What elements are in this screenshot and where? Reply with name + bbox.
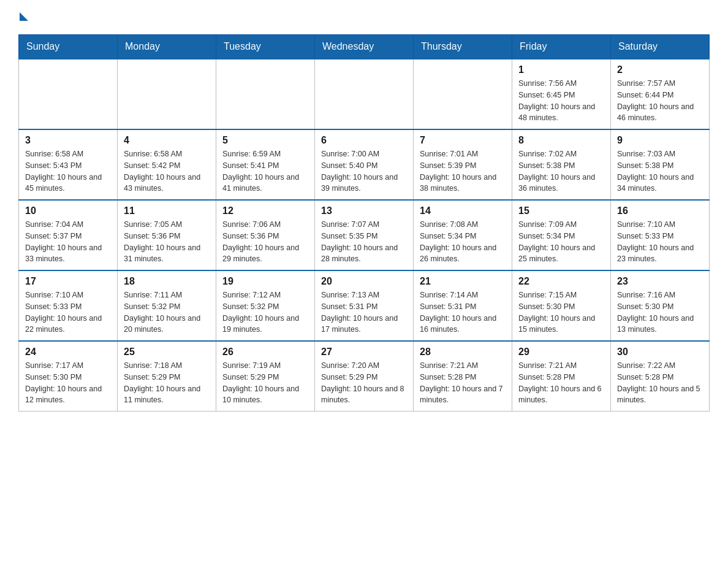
sunrise-text: Sunrise: 7:12 AM	[222, 291, 281, 299]
day-info: Sunrise: 7:14 AM Sunset: 5:31 PM Dayligh…	[420, 289, 506, 335]
daylight-text: Daylight: 10 hours and 16 minutes.	[420, 314, 496, 334]
sunset-text: Sunset: 5:39 PM	[420, 161, 476, 170]
sunset-text: Sunset: 5:31 PM	[321, 302, 377, 311]
sunrise-text: Sunrise: 7:05 AM	[124, 220, 182, 229]
sunrise-text: Sunrise: 7:13 AM	[321, 291, 379, 299]
calendar-cell: 2 Sunrise: 7:57 AM Sunset: 6:44 PM Dayli…	[611, 59, 710, 129]
calendar-cell: 11 Sunrise: 7:05 AM Sunset: 5:36 PM Dayl…	[118, 200, 216, 270]
sunset-text: Sunset: 6:45 PM	[518, 91, 575, 99]
sunrise-text: Sunrise: 7:03 AM	[617, 150, 675, 158]
day-number: 2	[617, 64, 703, 75]
calendar-cell: 30 Sunrise: 7:22 AM Sunset: 5:28 PM Dayl…	[611, 341, 710, 412]
day-number: 9	[617, 135, 703, 146]
day-info: Sunrise: 7:10 AM Sunset: 5:33 PM Dayligh…	[25, 289, 111, 335]
day-number: 13	[321, 205, 407, 216]
day-info: Sunrise: 7:18 AM Sunset: 5:29 PM Dayligh…	[124, 360, 210, 406]
calendar-cell: 14 Sunrise: 7:08 AM Sunset: 5:34 PM Dayl…	[414, 200, 512, 270]
calendar-cell: 5 Sunrise: 6:59 AM Sunset: 5:41 PM Dayli…	[216, 129, 315, 200]
sunset-text: Sunset: 5:28 PM	[518, 373, 575, 381]
logo-arrow-icon	[20, 12, 28, 21]
sunset-text: Sunset: 5:29 PM	[222, 373, 279, 381]
day-number: 25	[124, 347, 210, 358]
calendar-cell: 13 Sunrise: 7:07 AM Sunset: 5:35 PM Dayl…	[315, 200, 414, 270]
calendar-table: SundayMondayTuesdayWednesdayThursdayFrid…	[18, 34, 710, 412]
sunrise-text: Sunrise: 6:58 AM	[124, 150, 182, 158]
sunrise-text: Sunrise: 7:02 AM	[518, 150, 577, 158]
calendar-cell: 19 Sunrise: 7:12 AM Sunset: 5:32 PM Dayl…	[216, 270, 315, 341]
daylight-text: Daylight: 10 hours and 31 minutes.	[124, 243, 200, 264]
day-info: Sunrise: 7:20 AM Sunset: 5:29 PM Dayligh…	[321, 360, 407, 406]
day-number: 14	[420, 205, 506, 216]
day-number: 28	[420, 347, 506, 358]
sunrise-text: Sunrise: 7:56 AM	[518, 79, 577, 88]
sunset-text: Sunset: 5:29 PM	[124, 373, 180, 381]
daylight-text: Daylight: 10 hours and 8 minutes.	[321, 385, 404, 405]
sunset-text: Sunset: 5:33 PM	[25, 302, 82, 311]
sunset-text: Sunset: 5:28 PM	[420, 373, 476, 381]
day-info: Sunrise: 7:56 AM Sunset: 6:45 PM Dayligh…	[518, 78, 604, 124]
sunset-text: Sunset: 5:43 PM	[25, 161, 82, 170]
day-number: 17	[25, 276, 111, 287]
calendar-cell	[315, 59, 414, 129]
sunset-text: Sunset: 5:28 PM	[617, 373, 673, 381]
daylight-text: Daylight: 10 hours and 25 minutes.	[518, 243, 595, 264]
daylight-text: Daylight: 10 hours and 22 minutes.	[25, 314, 102, 334]
sunrise-text: Sunrise: 7:11 AM	[124, 291, 182, 299]
day-number: 12	[222, 205, 308, 216]
sunrise-text: Sunrise: 7:22 AM	[617, 361, 675, 370]
daylight-text: Daylight: 10 hours and 23 minutes.	[617, 243, 694, 264]
calendar-header-saturday: Saturday	[611, 35, 710, 59]
sunset-text: Sunset: 5:35 PM	[321, 232, 377, 240]
calendar-header-monday: Monday	[118, 35, 216, 59]
day-number: 3	[25, 135, 111, 146]
sunset-text: Sunset: 5:41 PM	[222, 161, 279, 170]
day-number: 16	[617, 205, 703, 216]
calendar-cell	[118, 59, 216, 129]
day-number: 26	[222, 347, 308, 358]
daylight-text: Daylight: 10 hours and 5 minutes.	[617, 385, 700, 405]
sunrise-text: Sunrise: 7:00 AM	[321, 150, 379, 158]
calendar-cell: 25 Sunrise: 7:18 AM Sunset: 5:29 PM Dayl…	[118, 341, 216, 412]
day-number: 1	[518, 64, 604, 75]
calendar-cell	[216, 59, 315, 129]
sunrise-text: Sunrise: 7:01 AM	[420, 150, 478, 158]
sunrise-text: Sunrise: 7:16 AM	[617, 291, 675, 299]
calendar-cell: 12 Sunrise: 7:06 AM Sunset: 5:36 PM Dayl…	[216, 200, 315, 270]
sunrise-text: Sunrise: 7:15 AM	[518, 291, 577, 299]
sunrise-text: Sunrise: 7:21 AM	[420, 361, 478, 370]
sunset-text: Sunset: 6:44 PM	[617, 91, 673, 99]
day-info: Sunrise: 6:59 AM Sunset: 5:41 PM Dayligh…	[222, 148, 308, 194]
daylight-text: Daylight: 10 hours and 10 minutes.	[222, 385, 299, 405]
sunset-text: Sunset: 5:38 PM	[617, 161, 673, 170]
calendar-header-wednesday: Wednesday	[315, 35, 414, 59]
day-info: Sunrise: 7:05 AM Sunset: 5:36 PM Dayligh…	[124, 219, 210, 265]
sunrise-text: Sunrise: 7:14 AM	[420, 291, 478, 299]
calendar-cell: 21 Sunrise: 7:14 AM Sunset: 5:31 PM Dayl…	[414, 270, 512, 341]
calendar-week-row: 17 Sunrise: 7:10 AM Sunset: 5:33 PM Dayl…	[19, 270, 710, 341]
day-info: Sunrise: 7:01 AM Sunset: 5:39 PM Dayligh…	[420, 148, 506, 194]
day-info: Sunrise: 6:58 AM Sunset: 5:43 PM Dayligh…	[25, 148, 111, 194]
day-info: Sunrise: 7:21 AM Sunset: 5:28 PM Dayligh…	[420, 360, 506, 406]
sunset-text: Sunset: 5:37 PM	[25, 232, 82, 240]
day-info: Sunrise: 7:13 AM Sunset: 5:31 PM Dayligh…	[321, 289, 407, 335]
calendar-cell: 15 Sunrise: 7:09 AM Sunset: 5:34 PM Dayl…	[512, 200, 611, 270]
day-info: Sunrise: 7:00 AM Sunset: 5:40 PM Dayligh…	[321, 148, 407, 194]
sunset-text: Sunset: 5:32 PM	[222, 302, 279, 311]
calendar-week-row: 1 Sunrise: 7:56 AM Sunset: 6:45 PM Dayli…	[19, 59, 710, 129]
day-info: Sunrise: 7:10 AM Sunset: 5:33 PM Dayligh…	[617, 219, 703, 265]
daylight-text: Daylight: 10 hours and 17 minutes.	[321, 314, 398, 334]
calendar-cell: 7 Sunrise: 7:01 AM Sunset: 5:39 PM Dayli…	[414, 129, 512, 200]
sunrise-text: Sunrise: 7:21 AM	[518, 361, 577, 370]
day-number: 23	[617, 276, 703, 287]
day-number: 24	[25, 347, 111, 358]
day-info: Sunrise: 7:07 AM Sunset: 5:35 PM Dayligh…	[321, 219, 407, 265]
daylight-text: Daylight: 10 hours and 13 minutes.	[617, 314, 694, 334]
daylight-text: Daylight: 10 hours and 43 minutes.	[124, 173, 200, 193]
sunrise-text: Sunrise: 7:08 AM	[420, 220, 478, 229]
daylight-text: Daylight: 10 hours and 39 minutes.	[321, 173, 398, 193]
logo	[18, 12, 29, 22]
day-info: Sunrise: 7:21 AM Sunset: 5:28 PM Dayligh…	[518, 360, 604, 406]
calendar-cell: 1 Sunrise: 7:56 AM Sunset: 6:45 PM Dayli…	[512, 59, 611, 129]
daylight-text: Daylight: 10 hours and 6 minutes.	[518, 385, 602, 405]
calendar-cell: 17 Sunrise: 7:10 AM Sunset: 5:33 PM Dayl…	[19, 270, 118, 341]
